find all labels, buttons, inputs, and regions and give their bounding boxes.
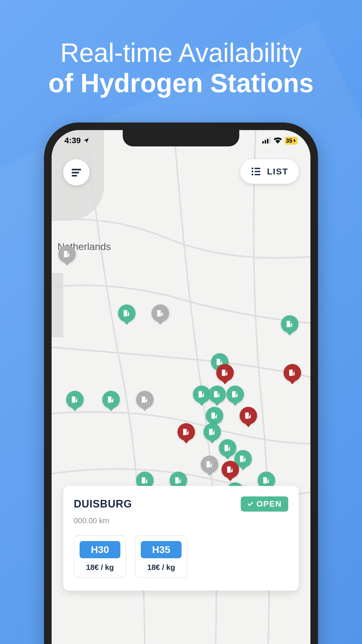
svg-rect-5: [255, 174, 261, 175]
svg-rect-3: [255, 171, 261, 172]
list-view-button[interactable]: LIST: [240, 159, 299, 184]
svg-point-0: [252, 168, 253, 169]
pump-option[interactable]: H3518€ / kg: [135, 535, 187, 578]
battery-percent: 35: [286, 137, 292, 144]
station-pin[interactable]: [222, 461, 239, 478]
station-pin[interactable]: [284, 364, 301, 382]
station-pin[interactable]: [206, 407, 223, 424]
menu-icon: [70, 166, 82, 178]
station-pin[interactable]: [58, 245, 76, 263]
station-pin[interactable]: [226, 386, 244, 403]
station-pin[interactable]: [193, 386, 210, 403]
station-pin[interactable]: [208, 386, 226, 403]
station-pin[interactable]: [178, 423, 195, 441]
station-pin[interactable]: [152, 304, 169, 322]
station-pin[interactable]: [203, 423, 221, 441]
list-button-label: LIST: [267, 167, 288, 176]
station-card[interactable]: DUISBURG OPEN 000.00 km H3018€ / kgH3518…: [63, 486, 299, 591]
menu-button[interactable]: [63, 159, 89, 186]
pump-price: 18€ / kg: [141, 563, 182, 572]
list-icon: [251, 166, 261, 177]
station-pin[interactable]: [281, 315, 298, 333]
station-distance: 000.00 km: [74, 516, 288, 525]
station-pin[interactable]: [201, 456, 218, 473]
station-status-label: OPEN: [256, 499, 282, 509]
svg-point-2: [252, 171, 253, 172]
cellular-signal-icon: [262, 138, 271, 144]
station-status-badge: OPEN: [241, 496, 288, 512]
location-services-icon: [83, 137, 89, 144]
phone-screen: 4:39 35: [52, 130, 310, 644]
station-pin[interactable]: [102, 391, 120, 408]
station-name: DUISBURG: [74, 498, 132, 510]
pump-name: H30: [80, 541, 120, 558]
pump-price: 18€ / kg: [80, 563, 120, 572]
phone-frame: 4:39 35: [44, 123, 318, 644]
svg-rect-1: [255, 168, 261, 169]
station-pin[interactable]: [66, 391, 84, 408]
battery-indicator: 35: [285, 137, 298, 145]
station-pin[interactable]: [216, 364, 234, 382]
wifi-icon: [274, 137, 282, 144]
svg-point-4: [252, 174, 253, 176]
station-pin[interactable]: [219, 439, 236, 457]
checkmark-icon: [247, 501, 254, 507]
pump-option[interactable]: H3018€ / kg: [74, 535, 126, 578]
station-pin[interactable]: [118, 304, 136, 322]
station-pin[interactable]: [240, 407, 257, 424]
station-pin[interactable]: [136, 391, 154, 408]
status-time: 4:39: [64, 136, 81, 145]
pump-name: H35: [141, 541, 182, 558]
phone-notch: [123, 130, 239, 146]
